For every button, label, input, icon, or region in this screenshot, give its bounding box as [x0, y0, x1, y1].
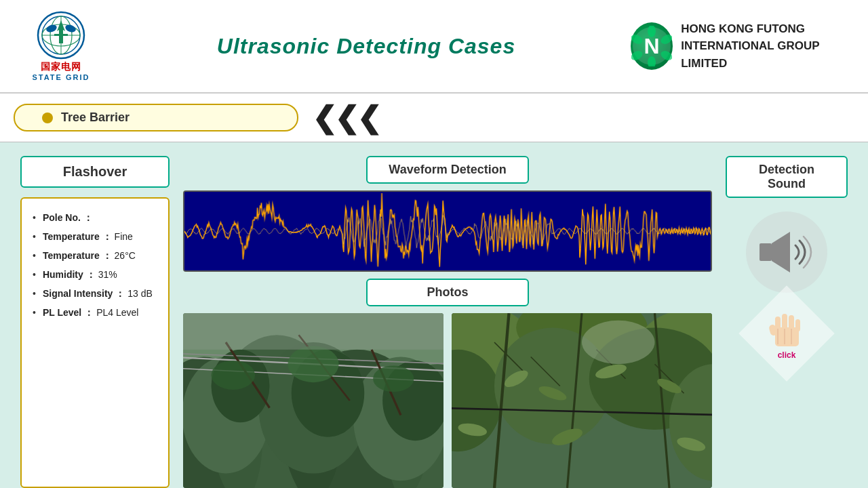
nav-arrows[interactable]: ❮❮❮	[312, 100, 379, 135]
svg-marker-65	[772, 232, 790, 272]
info-item-temp2: Temperature ： 26°C	[33, 246, 157, 265]
company-name: HONG KONG FUTONG INTERNATIONAL GROUP LIM…	[681, 20, 848, 73]
company-area: N HONG KONG FUTONG INTERNATIONAL GROUP L…	[631, 20, 848, 73]
state-grid-logo-area: 国家电网 STATE GRID	[20, 11, 102, 81]
click-label: click	[768, 350, 806, 360]
nav-input-value: Tree Barrier	[61, 110, 130, 125]
info-item-temp1: Temperature ： Fine	[33, 227, 157, 246]
svg-point-37	[288, 346, 338, 382]
waveform-display	[183, 190, 712, 272]
photos-row	[183, 313, 712, 488]
chinese-name: 国家电网	[33, 61, 90, 73]
speaker-area[interactable]	[746, 211, 827, 293]
content-area: Flashover Pole No. ： Temperature ： Fine …	[0, 142, 868, 488]
info-box: Pole No. ： Temperature ： Fine Temperatur…	[20, 197, 170, 488]
detection-sound-button[interactable]: Detection Sound	[726, 156, 848, 198]
middle-panel: Waveform Detection Photos	[183, 156, 712, 488]
state-grid-logo-icon	[37, 11, 85, 60]
flashover-button[interactable]: Flashover	[20, 156, 170, 188]
photo-1	[183, 313, 443, 488]
header: 国家电网 STATE GRID Ultrasonic Detecting Cas…	[0, 0, 868, 94]
nav-bar: Tree Barrier ❮❮❮	[0, 94, 868, 142]
svg-rect-8	[54, 34, 68, 36]
info-item-humidity: Humidity ： 31%	[33, 265, 157, 284]
svg-point-62	[582, 321, 655, 365]
nav-input-container[interactable]: Tree Barrier	[14, 104, 298, 131]
photos-button[interactable]: Photos	[366, 279, 529, 306]
waveform-detection-button[interactable]: Waveform Detection	[366, 156, 529, 184]
svg-text:N: N	[644, 34, 660, 58]
hand-pointer-icon	[768, 307, 806, 351]
info-item-pl: PL Level ： PL4 Level	[33, 303, 157, 322]
right-panel: Detection Sound	[726, 156, 848, 488]
info-list: Pole No. ： Temperature ： Fine Temperatur…	[33, 208, 157, 322]
svg-point-38	[373, 365, 414, 392]
speaker-icon	[756, 228, 817, 276]
photo-2	[452, 313, 712, 488]
svg-rect-39	[183, 313, 443, 350]
main-title: Ultrasonic Detecting Cases	[102, 34, 631, 59]
waveform-canvas	[184, 192, 711, 270]
info-item-signal: Signal Intensity ： 13 dB	[33, 284, 157, 303]
english-name: STATE GRID	[33, 73, 90, 81]
svg-rect-70	[795, 319, 800, 331]
svg-rect-64	[760, 243, 772, 261]
info-item-pole: Pole No. ：	[33, 208, 157, 227]
company-logo-icon: N	[631, 22, 673, 70]
click-area[interactable]: click	[746, 293, 827, 374]
svg-point-36	[212, 361, 256, 390]
left-panel: Flashover Pole No. ： Temperature ： Fine …	[20, 156, 170, 488]
nav-dot-icon	[42, 113, 53, 123]
